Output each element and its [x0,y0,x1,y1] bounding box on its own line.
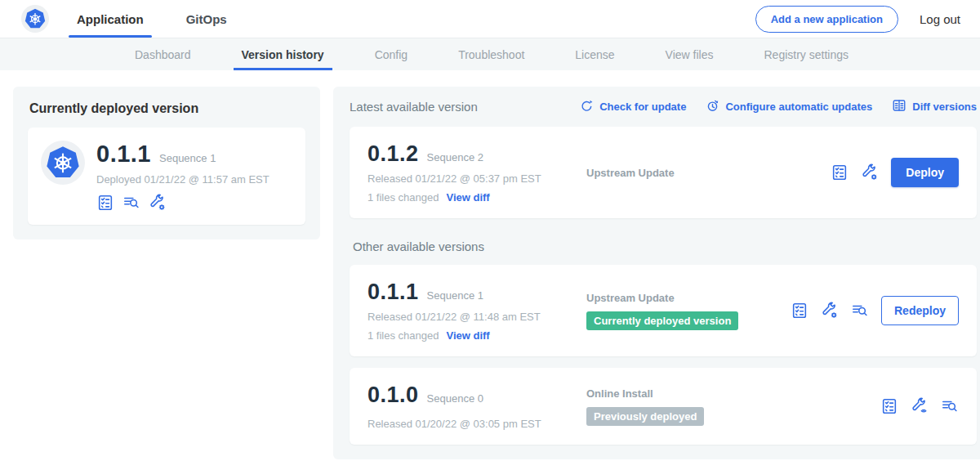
deployed-version-number: 0.1.1 [96,141,151,168]
check-for-update-link[interactable]: Check for update [580,99,686,115]
preflight-checks-icon[interactable] [831,163,849,181]
version-row-0-1-2: 0.1.2 Sequence 2 Released 01/21/22 @ 05:… [350,127,977,218]
version-history-panel: Latest available version Check for updat… [333,87,980,459]
latest-version-title: Latest available version [350,100,478,114]
redeploy-button[interactable]: Redeploy [881,296,959,325]
app-header: Application GitOps Add a new application… [0,0,980,38]
version-row-0-1-0: 0.1.0 Sequence 0 Released 01/20/22 @ 03:… [350,368,977,445]
subnav-registry-settings[interactable]: Registry settings [764,38,848,70]
view-logs-icon[interactable] [941,397,959,415]
version-number: 0.1.0 [368,383,419,408]
configure-automatic-updates-label: Configure automatic updates [725,101,872,113]
sequence-label: Sequence 1 [427,289,483,302]
subnav-config[interactable]: Config [375,38,408,70]
previously-deployed-badge: Previously deployed [586,407,704,426]
released-timestamp: Released 01/21/22 @ 11:48 am EST [368,311,586,323]
main-content: Currently deployed version 0.1.1 [0,70,980,459]
add-new-application-button[interactable]: Add a new application [755,6,898,33]
currently-deployed-badge: Currently deployed version [586,311,738,330]
configure-automatic-updates-link[interactable]: Configure automatic updates [706,99,872,115]
files-changed-label: 1 files changed [368,191,439,204]
version-row-0-1-1: 0.1.1 Sequence 1 Released 01/21/22 @ 11:… [350,265,977,356]
other-versions-title: Other available versions [353,239,977,253]
app-icon [41,141,85,185]
header-tabs: Application GitOps [74,0,266,38]
subnav-troubleshoot[interactable]: Troubleshoot [458,38,524,70]
refresh-icon [580,99,594,115]
view-diff-link[interactable]: View diff [446,191,489,204]
currently-deployed-title: Currently deployed version [29,101,305,116]
subnav-view-files[interactable]: View files [666,38,714,70]
preflight-checks-icon[interactable] [791,302,808,320]
subnav-version-history[interactable]: Version history [242,38,324,70]
deployed-timestamp: Deployed 01/21/22 @ 11:57 am EST [96,173,270,186]
currently-deployed-panel: Currently deployed version 0.1.1 [13,87,320,239]
deploy-button[interactable]: Deploy [891,158,959,187]
app-subnav: Dashboard Version history Config Trouble… [0,38,980,70]
tab-application[interactable]: Application [74,0,147,38]
view-logs-icon[interactable] [122,194,140,212]
edit-config-icon[interactable] [861,163,879,181]
deployed-version-card: 0.1.1 Sequence 1 Deployed 01/21/22 @ 11:… [28,128,305,225]
files-changed-label: 1 files changed [368,329,439,342]
version-number: 0.1.2 [368,141,419,167]
schedule-update-icon [706,99,719,115]
logout-link[interactable]: Log out [920,12,960,26]
sequence-label: Sequence 0 [427,392,483,405]
diff-icon [892,98,906,115]
version-source-label: Upstream Update [586,292,675,304]
edit-config-icon[interactable] [149,194,167,212]
tab-gitops[interactable]: GitOps [183,0,230,38]
preflight-checks-icon[interactable] [96,194,114,212]
version-source-label: Online Install [586,387,653,400]
diff-versions-label: Diff versions [912,101,977,113]
diff-versions-link[interactable]: Diff versions [892,98,977,115]
released-timestamp: Released 01/21/22 @ 05:37 pm EST [368,172,586,185]
header-right: Add a new application Log out [755,6,960,33]
released-timestamp: Released 01/20/22 @ 03:05 pm EST [368,418,586,430]
deployed-sequence-label: Sequence 1 [159,152,216,164]
view-logs-icon[interactable] [851,302,869,320]
sequence-label: Sequence 2 [427,151,483,163]
version-source-label: Upstream Update [586,167,675,179]
subnav-dashboard[interactable]: Dashboard [135,38,191,70]
kubernetes-logo-icon [21,5,49,33]
version-number: 0.1.1 [368,280,419,305]
view-diff-link[interactable]: View diff [446,329,489,342]
subnav-license[interactable]: License [575,38,614,70]
edit-config-icon[interactable] [821,302,839,320]
view-config-icon[interactable] [911,397,929,415]
preflight-checks-icon[interactable] [880,397,898,415]
check-for-update-label: Check for update [599,101,686,113]
